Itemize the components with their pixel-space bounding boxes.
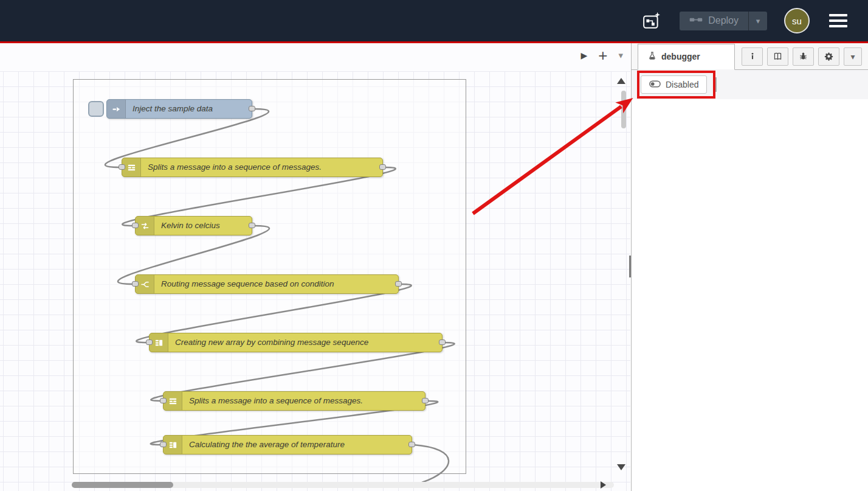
flow-node-split-2[interactable]: Splits a message into a sequence of mess… [163, 391, 425, 411]
info-icon[interactable] [742, 47, 763, 66]
scroll-right-icon[interactable] [601, 481, 606, 489]
port-out[interactable] [249, 106, 255, 111]
node-label: Splits a message into a sequence of mess… [182, 392, 370, 410]
scroll-down-icon[interactable] [617, 464, 625, 470]
sidebar-toolbar: ▾ [742, 47, 862, 66]
port-out[interactable] [379, 164, 386, 170]
right-sidebar: debugger ▾ Disabled [631, 43, 868, 491]
port-out[interactable] [408, 442, 415, 447]
bug-icon[interactable] [793, 47, 814, 66]
play-icon[interactable]: ▶ [581, 50, 588, 60]
debugger-toolbar: Disabled [632, 70, 868, 100]
tab-debugger[interactable]: debugger [638, 44, 735, 70]
node-label: Inject the sample data [126, 100, 219, 118]
gear-icon[interactable] [818, 47, 839, 66]
node-label: Routing message sequence based on condit… [154, 275, 340, 293]
port-in[interactable] [160, 398, 167, 403]
inject-icon [107, 100, 126, 118]
flow-node-join-1[interactable]: Creating new array by combining message … [149, 333, 443, 352]
port-out[interactable] [422, 398, 429, 403]
flow-node-split-1[interactable]: Splits a message into a sequence of mess… [122, 158, 383, 177]
horizontal-scrollbar-thumb[interactable] [72, 482, 173, 488]
port-out[interactable] [439, 340, 446, 345]
port-out[interactable] [249, 223, 255, 228]
flow-node-function-1[interactable]: Kelvin to celcius [135, 216, 252, 235]
sidebar-header: debugger ▾ [632, 43, 868, 70]
deploy-dropdown-caret[interactable]: ▾ [748, 12, 767, 30]
chevron-down-icon[interactable]: ▾ [844, 47, 862, 66]
flask-icon [648, 51, 656, 62]
header-accent-line [0, 41, 868, 43]
node-label: Kelvin to celcius [154, 217, 227, 235]
node-label: Creating new array by combining message … [168, 333, 375, 352]
disabled-label: Disabled [666, 80, 698, 89]
deploy-icon [689, 15, 703, 26]
deploy-label: Deploy [708, 15, 739, 26]
flow-export-icon[interactable] [641, 11, 663, 30]
port-in[interactable] [160, 442, 167, 447]
flow-node-switch-1[interactable]: Routing message sequence based on condit… [135, 274, 399, 294]
port-in[interactable] [132, 223, 139, 228]
tab-debugger-label: debugger [661, 52, 700, 61]
inject-button[interactable] [88, 101, 104, 117]
user-avatar[interactable]: su [784, 8, 810, 33]
app-header: Deploy ▾ su [0, 0, 868, 41]
node-label: Splits a message into a sequence of mess… [141, 158, 328, 176]
toggle-off-icon [649, 80, 661, 89]
scroll-up-icon[interactable] [617, 78, 625, 84]
port-in[interactable] [132, 281, 139, 287]
node-label: Calculating the the average of temperatu… [182, 436, 351, 454]
chevron-down-icon[interactable]: ▾ [618, 50, 623, 61]
horizontal-scrollbar[interactable] [72, 482, 614, 488]
flow-canvas[interactable]: ▶ + ▾ Inject the sample dataSplits a mes… [0, 43, 630, 491]
port-in[interactable] [146, 340, 153, 345]
flow-node-join-2[interactable]: Calculating the the average of temperatu… [163, 435, 412, 454]
deploy-button[interactable]: Deploy ▾ [680, 12, 767, 30]
add-flow-icon[interactable]: + [598, 49, 607, 61]
canvas-toolbar: ▶ + ▾ [581, 49, 624, 61]
port-out[interactable] [395, 281, 402, 287]
toolbar-divider [715, 77, 717, 92]
debugger-panel-body [632, 99, 868, 491]
sidebar-scrollbar-thumb[interactable] [629, 256, 631, 277]
vertical-scrollbar-thumb[interactable] [621, 91, 626, 128]
debugger-disabled-toggle[interactable]: Disabled [641, 75, 707, 94]
main-menu-icon[interactable] [827, 12, 850, 30]
book-icon[interactable] [767, 47, 788, 66]
flow-node-inject[interactable]: Inject the sample data [106, 99, 252, 119]
port-in[interactable] [119, 164, 125, 170]
